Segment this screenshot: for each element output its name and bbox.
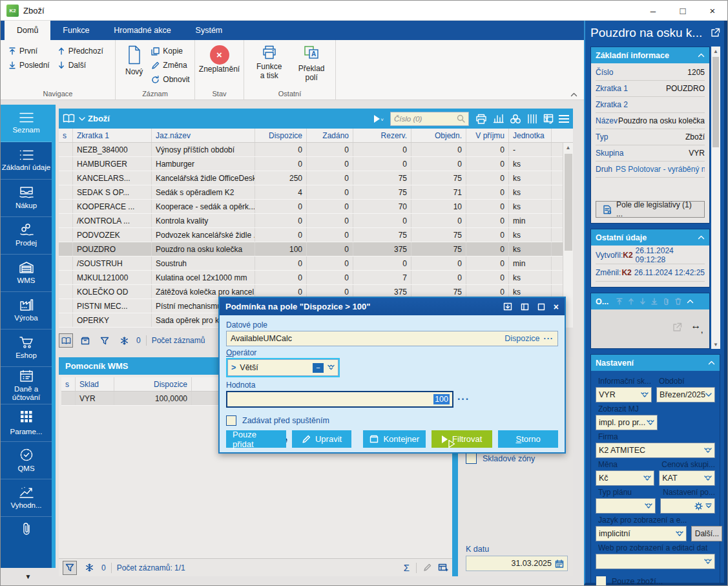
period-select[interactable]: Březen/2025 xyxy=(656,387,715,403)
detail-field-row[interactable]: Zkratka 2 xyxy=(596,97,705,113)
new-button[interactable]: Nový xyxy=(121,44,147,78)
option-checkbox-row[interactable]: Skladové zóny xyxy=(466,453,568,464)
table-row[interactable]: POUZDRO Pouzdro na osku kolečka 100 0 37… xyxy=(59,242,573,256)
wms-col-s[interactable]: s xyxy=(61,377,76,391)
cancel-button[interactable]: Storno xyxy=(498,430,558,448)
ask-before-run-row[interactable]: Zadávat před spuštěním xyxy=(226,415,558,426)
grid-title-chevron-icon[interactable] xyxy=(79,117,85,121)
filter-button[interactable]: Filtrovat xyxy=(432,430,492,448)
first-button[interactable]: První xyxy=(6,44,52,58)
info-group-select[interactable]: VYR xyxy=(596,387,652,403)
scroll-thumb[interactable] xyxy=(565,154,572,251)
scroll-up-icon[interactable]: ▲ xyxy=(566,143,571,152)
last-button[interactable]: Poslední xyxy=(6,58,52,72)
detail-field-row[interactable]: Skupina VYR xyxy=(596,145,705,162)
legislative-fields-button[interactable]: Pole dle legislativy (1) ... xyxy=(596,201,705,218)
move-up-icon[interactable] xyxy=(628,298,634,305)
lookup-dots-icon[interactable]: ··· xyxy=(544,334,554,343)
sidebar-item-eshop[interactable]: Eshop xyxy=(1,330,56,367)
search-input[interactable]: Číslo (0) xyxy=(390,112,469,126)
chevron-down-icon[interactable] xyxy=(705,393,712,397)
sidebar-item-vyroba[interactable]: Výroba xyxy=(1,292,56,330)
print-functions-button[interactable]: Funkce a tisk xyxy=(249,44,289,81)
book-view-button[interactable] xyxy=(59,333,73,348)
filter-icon[interactable] xyxy=(98,333,112,348)
dropdown-icon[interactable] xyxy=(704,559,712,565)
dropdown-icon[interactable] xyxy=(676,531,683,537)
dropdown-icon[interactable] xyxy=(645,503,652,509)
sidebar-item-nakup[interactable]: Nákup xyxy=(1,180,56,217)
sidebar-item-vyhodnoceni[interactable]: Vyhodn... xyxy=(1,479,56,517)
tab-funkce[interactable]: Funkce xyxy=(50,21,101,40)
excel-export-icon[interactable] xyxy=(543,114,555,124)
col-vprijmu[interactable]: V příjmu xyxy=(466,129,509,142)
gear-dropdown-icon[interactable] xyxy=(694,502,712,510)
move-first-icon[interactable] xyxy=(616,298,623,305)
edit-icon[interactable] xyxy=(423,563,432,572)
sum-icon[interactable]: Σ xyxy=(404,562,410,573)
table-row[interactable]: KANCELARS... Kancelářská židle OfficeDes… xyxy=(59,171,573,185)
previous-button[interactable]: Předchozí xyxy=(55,44,106,58)
only-goods-checkbox-row[interactable]: Pouze zboží... xyxy=(596,576,715,586)
collapse-icon[interactable] xyxy=(698,53,705,58)
snowflake-icon[interactable] xyxy=(117,333,131,348)
calendar-icon[interactable] xyxy=(555,560,564,568)
detail-field-row[interactable]: Číslo 1205 xyxy=(596,65,705,81)
copy-button[interactable]: Kopie xyxy=(149,44,192,58)
translate-fields-button[interactable]: A Překlad polí xyxy=(293,44,330,83)
detail-field-row[interactable]: Zkratka 1 POUZDRO xyxy=(596,81,705,97)
double-chevron-icon[interactable] xyxy=(327,364,335,371)
add-table-icon[interactable] xyxy=(438,563,448,572)
book-icon[interactable] xyxy=(63,114,75,123)
dropdown-icon[interactable] xyxy=(643,476,651,481)
company-select[interactable]: K2 ATMITEC xyxy=(596,443,715,458)
table-row[interactable]: HAMBURGER Hamburger 0 0 0 0 0 ks xyxy=(59,157,573,171)
sidebar-item-attachments[interactable] xyxy=(1,517,56,541)
print-icon[interactable] xyxy=(475,114,487,124)
sidebar-item-qms[interactable]: QMS xyxy=(1,442,56,479)
value-input[interactable]: 100 xyxy=(226,391,453,408)
col-s[interactable]: s xyxy=(59,129,73,142)
scroll-up-icon[interactable]: ▲ xyxy=(713,47,718,56)
maximize-icon[interactable] xyxy=(537,303,545,311)
detail-scrollbar[interactable]: ▲ ▼ xyxy=(711,47,720,349)
tab-hromadne-akce[interactable]: Hromadné akce xyxy=(101,21,183,40)
table-row[interactable]: NEZB_384000 Výnosy příštích období 0 0 0… xyxy=(59,143,573,157)
open-external-icon[interactable] xyxy=(711,28,720,37)
table-row[interactable]: PODVOZEK Podvozek kancelářské židle ... … xyxy=(59,228,573,242)
collapse-icon[interactable] xyxy=(698,235,705,240)
checkbox-icon[interactable] xyxy=(466,453,477,464)
data-field-input[interactable]: AvailableUMCalc Dispozice ··· xyxy=(226,331,558,346)
col-rezerv[interactable]: Rezerv. xyxy=(353,129,411,142)
restore-icon[interactable] xyxy=(521,303,529,311)
wms-snowflake-icon[interactable] xyxy=(82,561,96,575)
refresh-button[interactable]: Obnovit xyxy=(149,72,192,87)
settings-po-select[interactable] xyxy=(660,498,715,514)
table-row[interactable]: /KONTROLA ... Kontrola kvality 0 0 0 0 0… xyxy=(59,214,573,228)
detail-field-row[interactable]: Druh PS Polotovar - vyráběný na... xyxy=(596,162,705,178)
language-select[interactable]: implicitní xyxy=(596,526,687,541)
chart-icon[interactable] xyxy=(493,114,504,123)
detail-field-row[interactable]: Typ Zboží xyxy=(596,129,705,145)
more-button[interactable]: Další... xyxy=(691,526,722,541)
ribbon-collapse-icon[interactable] xyxy=(570,92,577,97)
checkbox-icon[interactable] xyxy=(596,576,607,586)
col-zadano[interactable]: Zadáno xyxy=(307,129,353,142)
col-objedn[interactable]: Objedn. xyxy=(411,129,466,142)
date-input[interactable]: 31.03.2025 xyxy=(466,556,568,571)
col-jednotka[interactable]: Jednotka xyxy=(509,129,552,142)
col-zkratka1[interactable]: Zkratka 1 xyxy=(73,129,152,142)
section-other-header[interactable]: Ostatní údaje xyxy=(591,229,709,246)
table-row[interactable]: SEDAK S OP... Sedák s opěradlem K2 4 0 7… xyxy=(59,185,573,200)
edit-button[interactable]: Upravit xyxy=(292,430,352,448)
section-basic-header[interactable]: Základní informace xyxy=(591,47,709,63)
maximize-button[interactable]: □ xyxy=(668,1,698,20)
plan-type-select[interactable] xyxy=(596,498,656,514)
sidebar-item-parametry[interactable]: Parame... xyxy=(1,404,56,442)
sidebar-item-zakladni-udaje[interactable]: Základní údaje xyxy=(1,142,56,180)
wms-filter-icon[interactable] xyxy=(63,561,77,575)
operator-select[interactable]: > Větší − xyxy=(227,359,338,376)
run-filter-icon[interactable]: ˅ xyxy=(374,115,384,123)
reports-icon[interactable] xyxy=(510,114,521,124)
delete-icon[interactable] xyxy=(675,298,681,305)
